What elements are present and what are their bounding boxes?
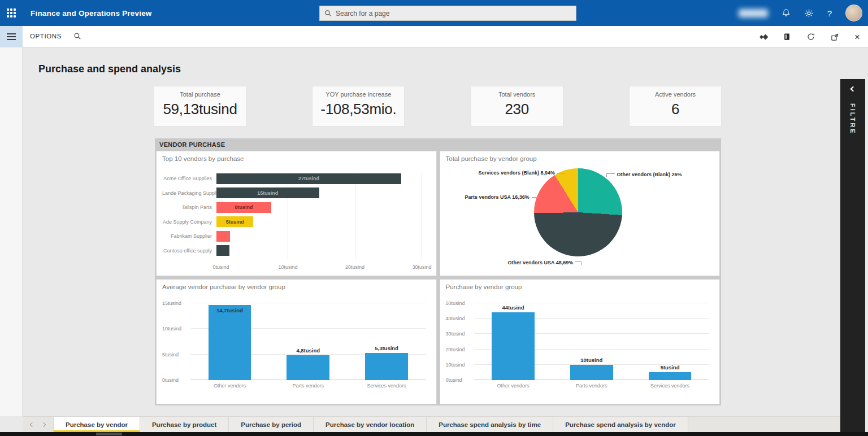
tab-scroll-arrows xyxy=(23,417,53,432)
scrollbar-thumb[interactable] xyxy=(96,433,122,435)
waffle-menu-icon[interactable] xyxy=(0,0,23,26)
chart-top-10-vendors: Top 10 vendors by purchase 0tusind10tusi… xyxy=(156,151,437,276)
y-axis-tick: 10tusind xyxy=(162,326,188,332)
column-services-vendors: 5tusindServices vendors xyxy=(639,303,700,380)
chart-total-purchase-pie: Total purchase by vendor group Other ven… xyxy=(440,151,721,276)
page-title: Purchase and spend analysis xyxy=(38,63,181,75)
pie-label-parts-vendors-usa-16-36: Parts vendors USA 16,36% xyxy=(465,194,540,200)
kpi-value: 6 xyxy=(630,101,721,118)
chart-average-vendor-purchase: Average vendor purchase by vendor group … xyxy=(156,279,437,404)
actionpane-right-cluster: × xyxy=(760,26,860,47)
bar-other-vendors[interactable] xyxy=(492,312,535,380)
tab-purchase-by-vendor-location[interactable]: Purchase by vendor location xyxy=(314,417,427,432)
x-axis-tick: 20tusind xyxy=(345,264,364,270)
filter-rail-label: FILTRE xyxy=(849,103,856,135)
bar-track: 27tusind xyxy=(216,173,426,184)
kpi-value: 59,13tusind xyxy=(154,101,246,118)
bar-tailspin-parts[interactable]: 8tusind xyxy=(216,202,271,213)
vbar-columns: 44tusindOther vendors10tusindParts vendo… xyxy=(474,303,710,380)
kpi-active-vendors: Active vendors 6 xyxy=(630,86,721,126)
x-axis-tick: 0tusind xyxy=(212,264,229,270)
kpi-label: Total purchase xyxy=(154,91,246,98)
category-label: Ade Supply Company xyxy=(162,219,216,225)
open-in-new-icon[interactable] xyxy=(831,33,839,41)
category-label: Parts vendors xyxy=(576,383,607,389)
bar-row-tailspin-parts: Tailspin Parts8tusind xyxy=(162,202,426,213)
kpi-yoy-purchase-increase: YOY purchase increase -108,53mio. xyxy=(313,86,404,126)
y-axis-tick: 30tusind xyxy=(446,331,472,337)
hamburger-icon[interactable] xyxy=(0,26,23,47)
category-label: Parts vendors xyxy=(292,383,324,389)
y-axis-tick: 0tusind xyxy=(446,377,472,383)
y-axis-tick: 15tusind xyxy=(162,300,188,306)
tab-purchase-by-period[interactable]: Purchase by period xyxy=(229,417,314,432)
pie-label-other-vendors-blank-26: Other vendors (Blank) 26% xyxy=(606,172,682,177)
gear-icon[interactable] xyxy=(804,8,814,18)
bar-fabrikam-supplier[interactable] xyxy=(216,231,230,242)
chart-title: Average vendor purchase by vendor group xyxy=(162,284,285,290)
bar-other-vendors[interactable] xyxy=(209,305,251,380)
y-axis-tick: 10tusind xyxy=(446,362,472,368)
vbar-columns: 14,7tusindOther vendors4,8tusindParts ve… xyxy=(190,303,426,380)
help-icon[interactable]: ? xyxy=(827,8,832,18)
report-tab-strip: Purchase by vendorPurchase by productPur… xyxy=(23,416,840,432)
bar-lande-packaging-supplies[interactable]: 15tusind xyxy=(216,188,319,198)
column-parts-vendors: 4,8tusindParts vendors xyxy=(277,303,338,380)
tab-prev-icon[interactable] xyxy=(30,422,34,426)
tabs-container: Purchase by vendorPurchase by productPur… xyxy=(53,417,688,432)
bar-row-ade-supply-company: Ade Supply Company5tusind xyxy=(162,216,426,228)
tab-purchase-by-vendor[interactable]: Purchase by vendor xyxy=(53,417,140,432)
hbar-plot-area: 0tusind10tusind20tusind30tusind Acme Off… xyxy=(162,172,426,259)
tab-next-icon[interactable] xyxy=(41,422,46,426)
chevron-left-icon[interactable] xyxy=(850,86,856,92)
pie-chart[interactable] xyxy=(534,168,622,256)
category-label: Acme Office Supplies xyxy=(162,176,216,181)
refresh-icon[interactable] xyxy=(806,32,815,41)
filter-rail[interactable]: FILTRE xyxy=(840,79,865,432)
bar-row-lande-packaging-supplies: Lande Packaging Supplies15tusind xyxy=(162,188,426,199)
bell-icon[interactable] xyxy=(782,8,791,18)
tab-purchase-by-product[interactable]: Purchase by product xyxy=(140,417,229,432)
avatar[interactable] xyxy=(845,5,862,21)
kpi-label: Total vendors xyxy=(471,91,563,98)
close-icon[interactable]: × xyxy=(854,32,860,42)
bar-acme-office-supplies[interactable]: 27tusind xyxy=(216,173,401,184)
chart-purchase-by-vendor-group: Purchase by vendor group 0tusind10tusind… xyxy=(440,279,721,404)
bar-track: 5tusind xyxy=(216,216,426,227)
vbar-plot-area: 0tusind5tusind10tusind15tusind14,7tusind… xyxy=(162,299,426,389)
category-label: Services vendors xyxy=(650,383,689,389)
bar-parts-vendors[interactable] xyxy=(570,365,613,380)
bar-value-label: 14,7tusind xyxy=(216,307,243,313)
kpi-label: YOY purchase increase xyxy=(313,91,404,98)
app-title: Finance and Operations Preview xyxy=(31,9,152,18)
bar-track: 8tusind xyxy=(216,202,426,213)
kpi-label: Active vendors xyxy=(630,91,721,98)
column-other-vendors: 44tusindOther vendors xyxy=(483,303,544,380)
search-icon xyxy=(324,10,332,17)
bar-contoso-office-supply[interactable] xyxy=(216,245,229,256)
y-axis-tick: 40tusind xyxy=(446,316,472,321)
action-pane: OPTIONS × xyxy=(0,26,868,47)
office-icon[interactable] xyxy=(783,32,791,41)
bar-services-vendors[interactable] xyxy=(649,372,692,380)
y-axis-tick: 50tusind xyxy=(446,300,472,306)
bar-parts-vendors[interactable] xyxy=(287,355,329,380)
tenant-name-blurred xyxy=(739,9,768,18)
chart-title: Purchase by vendor group xyxy=(446,284,522,290)
page-search-box[interactable] xyxy=(319,6,576,21)
bar-ade-supply-company[interactable]: 5tusind xyxy=(216,216,253,227)
page-search-input[interactable] xyxy=(336,10,571,18)
options-menu[interactable]: OPTIONS xyxy=(30,33,62,40)
column-other-vendors: 14,7tusindOther vendors xyxy=(199,303,260,380)
vendor-purchase-panel: VENDOR PURCHASE Top 10 vendors by purcha… xyxy=(155,138,721,406)
diamonds-icon[interactable] xyxy=(760,35,767,39)
bar-value-label: 27tusind xyxy=(298,176,319,181)
bar-services-vendors[interactable] xyxy=(365,353,408,380)
vbar-plot: 0tusind10tusind20tusind30tusind40tusind5… xyxy=(474,303,710,380)
tab-purchase-spend-analysis-by-vendor[interactable]: Purchase spend analysis by vendor xyxy=(553,417,688,432)
actionpane-search-icon[interactable] xyxy=(73,32,81,42)
category-label: Other vendors xyxy=(214,383,246,389)
tab-purchase-spend-analysis-by-time[interactable]: Purchase spend analysis by time xyxy=(427,417,553,432)
bar-value-label: 5,3tusind xyxy=(375,345,398,351)
chart-title: Top 10 vendors by purchase xyxy=(162,155,244,162)
